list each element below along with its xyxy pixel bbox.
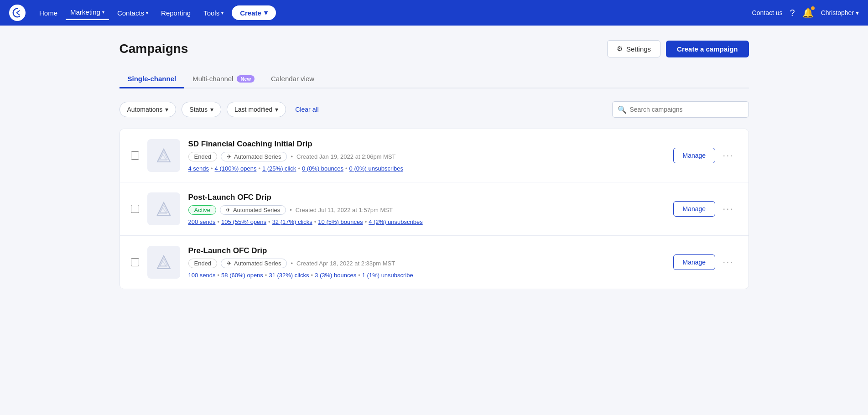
contact-us-link[interactable]: Contact us <box>752 9 783 16</box>
campaign-2-unsubs[interactable]: 4 (2%) unsubscribes <box>369 218 423 225</box>
campaign-1-more-button[interactable]: ··· <box>719 148 737 163</box>
campaign-3-sends[interactable]: 100 sends <box>188 272 216 279</box>
filters-row: Automations ▾ Status ▾ Last modified ▾ C… <box>120 101 749 118</box>
campaign-3-status: Ended <box>188 259 218 268</box>
stat-sep: • <box>358 272 360 279</box>
app-logo[interactable] <box>9 5 26 21</box>
tab-single-channel[interactable]: Single-channel <box>120 70 185 88</box>
campaign-1-created: • <box>291 153 293 160</box>
campaign-1-info: SD Financial Coaching Initial Drip Ended… <box>188 140 665 172</box>
page-title: Campaigns <box>120 42 188 56</box>
campaign-2-clicks[interactable]: 32 (17%) clicks <box>272 218 312 225</box>
campaign-3-type: ✈ Automated Series <box>221 259 287 268</box>
campaign-1-sends[interactable]: 4 sends <box>188 165 209 172</box>
stat-sep: • <box>311 272 313 279</box>
campaign-1-checkbox[interactable] <box>131 151 139 160</box>
clear-all-button[interactable]: Clear all <box>291 104 322 115</box>
campaign-1-manage-button[interactable]: Manage <box>673 148 716 163</box>
campaign-3-more-button[interactable]: ··· <box>719 254 737 270</box>
campaign-1-status: Ended <box>188 152 218 161</box>
last-modified-filter[interactable]: Last modified ▾ <box>227 102 286 117</box>
campaign-3-checkbox[interactable] <box>131 258 139 266</box>
campaign-2-bounces[interactable]: 10 (5%) bounces <box>318 218 363 225</box>
user-chevron-icon: ▾ <box>856 9 859 16</box>
user-menu[interactable]: Christopher ▾ <box>821 9 859 16</box>
tools-chevron-icon: ▾ <box>221 10 223 16</box>
campaign-3-stats: 100 sends • 58 (60%) opens • 31 (32%) cl… <box>188 272 665 279</box>
campaign-1-unsubs[interactable]: 0 (0%) unsubscribes <box>349 165 404 172</box>
stat-sep: • <box>211 165 213 172</box>
stat-sep: • <box>218 218 220 225</box>
stat-sep: • <box>268 218 270 225</box>
send-icon: ✈ <box>226 207 231 213</box>
campaign-3-meta: Ended ✈ Automated Series • Created Apr 1… <box>188 259 665 268</box>
nav-reporting[interactable]: Reporting <box>156 6 195 20</box>
stat-sep: • <box>258 165 260 172</box>
campaign-2-stats: 200 sends • 105 (55%) opens • 32 (17%) c… <box>188 218 665 225</box>
automations-filter[interactable]: Automations ▾ <box>120 102 177 117</box>
campaign-1-thumbnail <box>147 139 180 172</box>
question-circle-icon: ? <box>790 8 795 18</box>
campaign-1-actions: Manage ··· <box>673 148 738 163</box>
campaign-2-created-text: Created Jul 11, 2022 at 1:57pm MST <box>296 207 393 213</box>
campaign-2-checkbox[interactable] <box>131 205 139 213</box>
nav-home[interactable]: Home <box>35 6 62 20</box>
campaign-1-meta: Ended ✈ Automated Series • Created Jan 1… <box>188 152 665 161</box>
campaign-3-bounces[interactable]: 3 (3%) bounces <box>315 272 356 279</box>
create-chevron-icon: ▾ <box>264 9 268 17</box>
last-modified-chevron-icon: ▾ <box>275 106 278 113</box>
campaign-2-meta: Active ✈ Automated Series • Created Jul … <box>188 205 665 215</box>
stat-sep: • <box>298 165 300 172</box>
campaign-1-opens[interactable]: 4 (100%) opens <box>215 165 257 172</box>
campaign-1-clicks[interactable]: 1 (25%) click <box>262 165 296 172</box>
campaign-2-status: Active <box>188 205 216 215</box>
create-button[interactable]: Create ▾ <box>232 5 276 20</box>
page-header: Campaigns ⚙ Settings Create a campaign <box>120 40 749 57</box>
table-row: Pre-Launch OFC Drip Ended ✈ Automated Se… <box>120 236 748 289</box>
new-badge: New <box>237 75 255 83</box>
campaign-2-type: ✈ Automated Series <box>220 205 286 215</box>
campaign-2-thumbnail <box>147 192 180 225</box>
help-button[interactable]: ? <box>790 8 795 18</box>
status-filter[interactable]: Status ▾ <box>182 102 221 117</box>
settings-button[interactable]: ⚙ Settings <box>607 40 660 57</box>
campaign-3-clicks[interactable]: 31 (32%) clicks <box>269 272 309 279</box>
send-icon: ✈ <box>227 260 232 267</box>
campaign-3-unsubs[interactable]: 1 (1%) unsubscribe <box>362 272 413 279</box>
nav-contacts[interactable]: Contacts ▾ <box>113 6 153 20</box>
campaign-1-name: SD Financial Coaching Initial Drip <box>188 140 665 149</box>
campaign-2-actions: Manage ··· <box>673 201 738 217</box>
campaign-3-thumbnail <box>147 246 180 279</box>
campaign-2-sends[interactable]: 200 sends <box>188 218 216 225</box>
tab-calendar-view[interactable]: Calendar view <box>263 70 322 88</box>
nav-tools[interactable]: Tools ▾ <box>199 6 228 20</box>
send-icon: ✈ <box>227 153 232 160</box>
campaign-list: SD Financial Coaching Initial Drip Ended… <box>120 129 749 289</box>
campaign-2-manage-button[interactable]: Manage <box>673 201 716 217</box>
campaign-1-type: ✈ Automated Series <box>221 152 287 161</box>
create-campaign-button[interactable]: Create a campaign <box>666 41 748 57</box>
search-box: 🔍 <box>612 101 749 118</box>
main-content: Campaigns ⚙ Settings Create a campaign S… <box>101 26 767 304</box>
stat-sep: • <box>265 272 267 279</box>
top-nav: Home Marketing ▾ Contacts ▾ Reporting To… <box>0 0 868 26</box>
stat-sep: • <box>365 218 367 225</box>
campaign-3-info: Pre-Launch OFC Drip Ended ✈ Automated Se… <box>188 246 665 279</box>
tab-multi-channel[interactable]: Multi-channel New <box>184 70 263 88</box>
notifications-button[interactable]: 🔔 <box>802 7 814 18</box>
campaign-2-info: Post-Launch OFC Drip Active ✈ Automated … <box>188 193 665 225</box>
campaign-3-created: • <box>291 260 293 267</box>
campaign-2-opens[interactable]: 105 (55%) opens <box>221 218 266 225</box>
campaign-1-created-text: Created Jan 19, 2022 at 2:06pm MST <box>296 153 396 160</box>
campaign-3-opens[interactable]: 58 (60%) opens <box>221 272 263 279</box>
campaign-3-name: Pre-Launch OFC Drip <box>188 246 665 255</box>
view-tabs: Single-channel Multi-channel New Calenda… <box>120 70 749 88</box>
campaign-2-name: Post-Launch OFC Drip <box>188 193 665 202</box>
campaign-1-bounces[interactable]: 0 (0%) bounces <box>302 165 343 172</box>
nav-marketing[interactable]: Marketing ▾ <box>66 5 109 20</box>
table-row: Post-Launch OFC Drip Active ✈ Automated … <box>120 182 748 236</box>
campaign-2-more-button[interactable]: ··· <box>719 201 737 217</box>
campaign-3-manage-button[interactable]: Manage <box>673 254 716 270</box>
campaign-1-stats: 4 sends • 4 (100%) opens • 1 (25%) click… <box>188 165 665 172</box>
search-input[interactable] <box>612 101 749 118</box>
